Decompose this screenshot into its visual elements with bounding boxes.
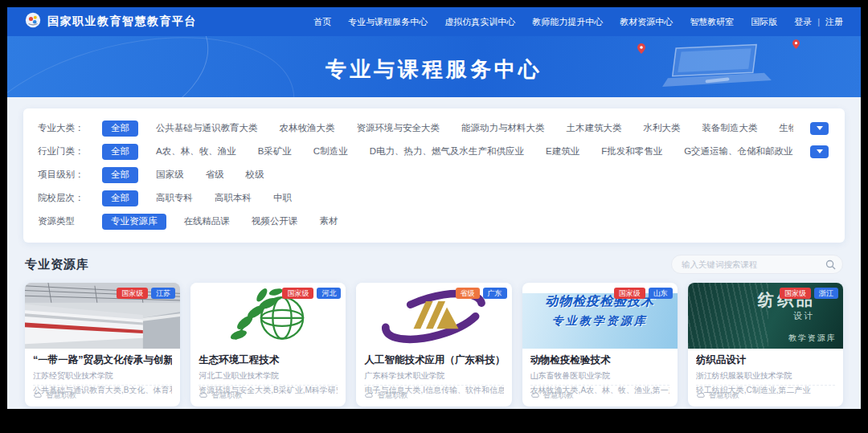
search-icon[interactable]: [825, 259, 836, 273]
filter-option[interactable]: 土木建筑大类: [567, 122, 622, 134]
resource-card-4[interactable]: 动物检疫检验技术 专业教学资源库 国家级山东动物检疫检验技术山东畜牧兽医职业学院…: [522, 283, 678, 406]
level-badge: 国家级: [117, 288, 148, 299]
section-title: 专业资源库: [25, 257, 89, 272]
filter-option[interactable]: C制造业: [313, 145, 348, 157]
filter-option[interactable]: 公共基础与通识教育大类: [156, 122, 258, 134]
login-link[interactable]: 登录: [794, 16, 812, 28]
card-school: 江苏经贸职业技术学院: [33, 370, 172, 382]
card-school: 广东科学技术职业学院: [364, 370, 503, 382]
card-footer: 智慧职教: [33, 385, 172, 406]
filter-option[interactable]: 高职专科: [156, 192, 193, 204]
filter-option[interactable]: 校级: [246, 169, 264, 181]
card-footer-label: 智慧职教: [377, 390, 407, 401]
nav-item-4[interactable]: 教师能力提升中心: [532, 16, 603, 28]
card-footer-label: 智慧职教: [211, 390, 242, 401]
chevron-down-icon: [817, 149, 823, 153]
card-badges: 省级广东: [456, 288, 507, 299]
register-link[interactable]: 注册: [825, 16, 843, 28]
cloud-platform-icon: [364, 391, 374, 400]
filter-options: 全部国家级省级校级: [102, 167, 286, 183]
filter-option[interactable]: 高职本科: [215, 192, 252, 204]
filter-option-selected[interactable]: 全部: [102, 190, 138, 206]
level-badge: 国家级: [614, 288, 645, 299]
filter-option[interactable]: 省级: [206, 169, 224, 181]
page: 国家职业教育智慧教育平台 首页专业与课程服务中心虚拟仿真实训中心教师能力提升中心…: [7, 7, 861, 409]
filter-option[interactable]: G交通运输、仓储和邮政业: [684, 145, 792, 157]
card-cover-image: 纺织品 设计 教学资源库 国家级浙江: [688, 283, 843, 349]
nav-item-2[interactable]: 专业与课程服务中心: [348, 16, 428, 28]
cloud-platform-icon: [199, 391, 208, 400]
card-footer: 智慧职教: [364, 385, 503, 406]
card-badges: 国家级江苏: [117, 288, 175, 299]
resource-card-3[interactable]: 省级广东人工智能技术应用（广东科技）广东科学技术职业学院电子与信息大类,I信息传…: [356, 283, 511, 406]
expand-filter-button[interactable]: [810, 122, 829, 135]
card-badges: 国家级河北: [282, 288, 341, 299]
resource-card-2[interactable]: 国家级河北生态环境工程技术河北工业职业技术学院资源环境与安全大类,B采矿业,M科…: [190, 283, 346, 406]
card-title[interactable]: 动物检疫检验技术: [530, 353, 669, 367]
nav-item-3[interactable]: 虚拟仿真实训中心: [444, 16, 515, 28]
card-school: 山东畜牧兽医职业学院: [530, 370, 669, 382]
filter-option[interactable]: 装备制造大类: [702, 122, 758, 134]
search-input[interactable]: [671, 255, 843, 274]
search-box: [671, 255, 843, 274]
card-title[interactable]: 人工智能技术应用（广东科技）: [364, 353, 503, 367]
platform-title: 国家职业教育智慧教育平台: [47, 14, 197, 29]
card-school: 河北工业职业技术学院: [199, 370, 338, 382]
filter-option[interactable]: 在线精品课: [184, 215, 231, 227]
filter-row-3: 项目级别：全部国家级省级校级: [38, 163, 830, 186]
resource-card-5[interactable]: 纺织品 设计 教学资源库 国家级浙江纺织品设计浙江纺织服装职业技术学院轻工纺织大…: [688, 283, 843, 406]
province-badge: 河北: [317, 288, 341, 299]
card-title[interactable]: 纺织品设计: [696, 353, 835, 367]
filter-option[interactable]: 生物与化工大类: [780, 122, 794, 134]
filter-row-2: 行业门类：全部A农、林、牧、渔业B采矿业C制造业D电力、热力、燃气及水生产和供应…: [38, 140, 830, 163]
filter-option[interactable]: 水利大类: [644, 122, 681, 134]
nav-item-6[interactable]: 智慧教研室: [690, 16, 734, 28]
filter-option-selected[interactable]: 专业资源库: [102, 214, 166, 230]
filter-option[interactable]: 能源动力与材料大类: [461, 122, 545, 134]
province-badge: 江苏: [151, 288, 175, 299]
filter-option[interactable]: B采矿业: [258, 145, 292, 157]
platform-logo[interactable]: 国家职业教育智慧教育平台: [25, 12, 197, 31]
card-badges: 国家级山东: [614, 288, 673, 299]
nav-item-7[interactable]: 国际版: [751, 16, 777, 28]
filter-option[interactable]: A农、林、牧、渔业: [156, 145, 236, 157]
card-cover-image: 国家级河北: [190, 283, 346, 349]
expand-filter-button[interactable]: [810, 145, 829, 158]
filter-option[interactable]: 资源环境与安全大类: [357, 122, 440, 134]
level-badge: 国家级: [780, 288, 811, 299]
auth-divider: |: [817, 17, 820, 27]
card-footer-label: 智慧职教: [46, 390, 76, 401]
filter-option[interactable]: 国家级: [156, 169, 184, 181]
filter-option[interactable]: 中职: [273, 192, 292, 204]
province-badge: 山东: [649, 288, 673, 299]
card-title[interactable]: “一带一路”贸易文化传承与创新: [33, 353, 172, 367]
filter-options: 全部高职专科高职本科中职: [102, 190, 313, 206]
filter-option[interactable]: 农林牧渔大类: [280, 122, 335, 134]
main-nav: 首页专业与课程服务中心虚拟仿真实训中心教师能力提升中心教材资源中心智慧教研室国际…: [313, 16, 777, 28]
section-header: 专业资源库: [25, 255, 843, 274]
card-badges: 国家级浙江: [780, 288, 838, 299]
card-footer-label: 智慧职教: [543, 390, 574, 401]
filter-option[interactable]: 视频公开课: [252, 215, 298, 227]
filter-label: 项目级别：: [38, 169, 102, 181]
filter-option[interactable]: E建筑业: [546, 145, 579, 157]
card-cover-image: 国家级江苏: [25, 283, 180, 349]
filter-label: 院校层次：: [38, 192, 102, 204]
filter-option-selected[interactable]: 全部: [102, 144, 138, 160]
card-cover-image: 省级广东: [356, 283, 511, 349]
filter-option[interactable]: D电力、热力、燃气及水生产和供应业: [370, 145, 524, 157]
filter-label: 行业门类：: [38, 145, 102, 157]
nav-item-1[interactable]: 首页: [313, 16, 331, 28]
filter-option-selected[interactable]: 全部: [102, 121, 138, 137]
filter-option[interactable]: F批发和零售业: [601, 145, 662, 157]
nav-item-5[interactable]: 教材资源中心: [620, 16, 673, 28]
card-title[interactable]: 生态环境工程技术: [199, 353, 338, 367]
page-title: 专业与课程服务中心: [7, 55, 861, 84]
card-footer: 智慧职教: [530, 385, 669, 406]
filter-options: 全部A农、林、牧、渔业B采矿业C制造业D电力、热力、燃气及水生产和供应业E建筑业…: [102, 144, 793, 160]
filter-option[interactable]: 素材: [320, 215, 338, 227]
filter-panel: 专业大类：全部公共基础与通识教育大类农林牧渔大类资源环境与安全大类能源动力与材料…: [23, 108, 845, 243]
resource-card-1[interactable]: 国家级江苏“一带一路”贸易文化传承与创新江苏经贸职业技术学院公共基础与通识教育大…: [25, 283, 180, 406]
filter-option-selected[interactable]: 全部: [102, 167, 138, 183]
filter-options: 全部公共基础与通识教育大类农林牧渔大类资源环境与安全大类能源动力与材料大类土木建…: [102, 121, 793, 137]
